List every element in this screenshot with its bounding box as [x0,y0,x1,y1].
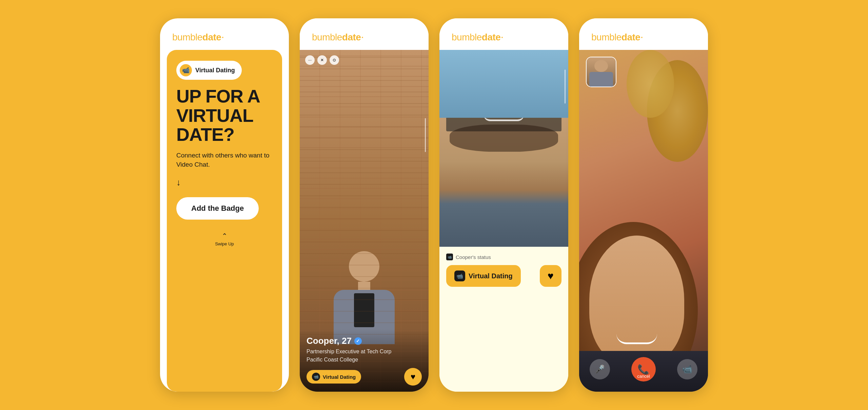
bumble-logo-4: bumbledate· [591,31,643,43]
scroll-indicator-3 [565,70,566,104]
phone-3: bumbledate· 📹 Coo [439,18,568,392]
video-pip [586,57,616,87]
status-camera-icon: 📹 [446,254,453,260]
add-badge-button[interactable]: Add the Badge [176,197,259,220]
dot-btn-1[interactable]: ··· [305,55,315,65]
close-crop-photo [439,50,568,247]
phone-2-header: bumbledate· [300,18,429,50]
camera-icon-2: 📹 [312,373,320,381]
phone-2: bumbledate· ··· ✕ [300,18,429,392]
profile-photo-2: ··· ✕ ⊙ Cooper, 27 ✓ Partnership Executi… [300,50,429,392]
virtual-dating-label-1: Virtual Dating [195,67,235,74]
dot-btn-2[interactable]: ✕ [317,55,327,65]
video-controls: 🎤 📞 cancel 📹 [579,357,708,381]
mic-button[interactable]: 🎤 [590,359,610,379]
profile-badges-row: 📹 Virtual Dating ♥ [307,368,422,386]
bumble-logo-3: bumbledate· [452,31,504,43]
arrow-down: ↓ [176,177,273,188]
end-call-control: 📞 cancel [631,357,656,381]
mic-control: 🎤 [590,359,610,379]
profile-name-2: Cooper, 27 ✓ [307,336,422,346]
cancel-label: cancel [637,374,650,379]
virtual-dating-badge-3[interactable]: 📹 Virtual Dating [446,265,521,287]
camera-icon-1: 📹 [180,64,192,76]
scroll-indicator-2 [425,118,426,152]
phones-container: bumbledate· 📹 Virtual Dating UP FOR A VI… [146,5,722,405]
phone-1-subtext: Connect with others who want to Video Ch… [176,151,273,169]
virtual-dating-badge-1: 📹 Virtual Dating [176,61,242,80]
phone-1-header: bumbledate· [160,18,289,50]
profile-top-dots: ··· ✕ ⊙ [305,55,339,65]
coopers-status: 📹 Cooper's status [446,254,561,260]
bumble-logo-2: bumbledate· [312,31,364,43]
phone-4: bumbledate· [579,18,708,392]
bumble-logo-1: bumbledate· [172,31,224,43]
heart-button-2[interactable]: ♥ [404,368,422,386]
virtual-dating-badge-2[interactable]: 📹 Virtual Dating [307,370,361,384]
phone-3-actions: 📹 Virtual Dating ♥ [446,265,561,287]
camera-icon-3: 📹 [454,271,465,281]
verified-icon: ✓ [354,337,362,345]
profile-overlay-2: Cooper, 27 ✓ Partnership Executive at Te… [300,329,429,392]
video-main: 🎤 📞 cancel 📹 [579,50,708,392]
phone-1-content: 📹 Virtual Dating UP FOR A VIRTUAL DATE? … [167,50,282,392]
video-call-screen: 🎤 📞 cancel 📹 [579,50,708,392]
heart-button-3[interactable]: ♥ [540,265,561,287]
swipe-up-text: Swipe Up [215,241,234,246]
phone-2-photo: ··· ✕ ⊙ Cooper, 27 ✓ Partnership Executi… [300,50,429,392]
swipe-chevron-icon: ⌃ [222,232,228,240]
phone-1: bumbledate· 📹 Virtual Dating UP FOR A VI… [160,18,289,392]
phone-3-photo [439,50,568,247]
profile-job: Partnership Executive at Tech Corp Pacif… [307,348,422,364]
dot-btn-3[interactable]: ⊙ [330,55,339,65]
phone-3-bottom: 📹 Cooper's status 📹 Virtual Dating ♥ [439,247,568,392]
phone-3-header: bumbledate· [439,18,568,50]
camera-button[interactable]: 📹 [677,359,697,379]
camera-control: 📹 [677,359,697,379]
swipe-up-area: ⌃ Swipe Up [176,232,273,246]
phone-1-headline: UP FOR A VIRTUAL DATE? [176,87,273,144]
phone-4-header: bumbledate· [579,18,708,50]
